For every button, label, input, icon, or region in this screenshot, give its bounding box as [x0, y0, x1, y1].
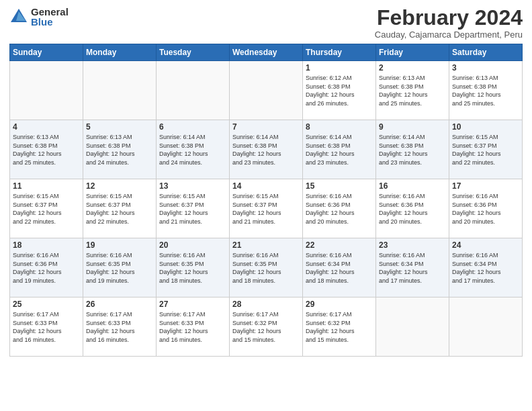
weekday-header-sunday: Sunday [10, 44, 83, 61]
day-info: Sunrise: 6:17 AM Sunset: 6:32 PM Dayligh… [306, 310, 373, 344]
calendar-cell: 1Sunrise: 6:12 AM Sunset: 6:38 PM Daylig… [303, 61, 376, 120]
calendar-table: SundayMondayTuesdayWednesdayThursdayFrid… [9, 44, 523, 357]
day-info: Sunrise: 6:14 AM Sunset: 6:38 PM Dayligh… [232, 133, 300, 167]
calendar-cell: 13Sunrise: 6:15 AM Sunset: 6:37 PM Dayli… [157, 179, 230, 238]
day-number: 7 [232, 122, 300, 132]
day-info: Sunrise: 6:17 AM Sunset: 6:33 PM Dayligh… [86, 310, 153, 344]
day-number: 11 [13, 181, 80, 191]
day-number: 13 [159, 181, 226, 191]
day-number: 6 [159, 122, 226, 132]
day-info: Sunrise: 6:13 AM Sunset: 6:38 PM Dayligh… [379, 74, 446, 107]
day-info: Sunrise: 6:16 AM Sunset: 6:36 PM Dayligh… [379, 192, 446, 226]
day-info: Sunrise: 6:15 AM Sunset: 6:37 PM Dayligh… [452, 133, 519, 167]
logo-text: General Blue [31, 7, 69, 27]
header: General Blue February 2024 Cauday, Cajam… [9, 7, 523, 40]
calendar-cell: 22Sunrise: 6:16 AM Sunset: 6:34 PM Dayli… [303, 238, 376, 298]
calendar-cell [449, 298, 523, 357]
calendar-cell: 15Sunrise: 6:16 AM Sunset: 6:36 PM Dayli… [303, 179, 376, 238]
day-number: 29 [306, 300, 373, 309]
day-number: 21 [232, 240, 300, 250]
calendar-cell [157, 61, 230, 120]
calendar-cell: 19Sunrise: 6:16 AM Sunset: 6:35 PM Dayli… [83, 238, 157, 298]
day-number: 4 [13, 122, 80, 132]
day-info: Sunrise: 6:13 AM Sunset: 6:38 PM Dayligh… [13, 133, 80, 167]
day-info: Sunrise: 6:16 AM Sunset: 6:35 PM Dayligh… [86, 251, 153, 285]
day-number: 18 [13, 240, 80, 250]
logo-blue: Blue [31, 17, 69, 27]
day-info: Sunrise: 6:17 AM Sunset: 6:32 PM Dayligh… [232, 310, 300, 344]
calendar-week-row: 11Sunrise: 6:15 AM Sunset: 6:37 PM Dayli… [10, 179, 523, 238]
title-section: February 2024 Cauday, Cajamarca Departme… [375, 7, 523, 40]
day-number: 9 [379, 122, 446, 132]
logo-general: General [31, 7, 69, 17]
day-info: Sunrise: 6:14 AM Sunset: 6:38 PM Dayligh… [159, 133, 226, 167]
weekday-header-tuesday: Tuesday [157, 44, 230, 61]
calendar-week-row: 18Sunrise: 6:16 AM Sunset: 6:36 PM Dayli… [10, 238, 523, 298]
logo-icon [9, 7, 28, 26]
calendar-cell: 14Sunrise: 6:15 AM Sunset: 6:37 PM Dayli… [230, 179, 303, 238]
calendar-cell: 6Sunrise: 6:14 AM Sunset: 6:38 PM Daylig… [157, 120, 230, 179]
calendar-cell: 4Sunrise: 6:13 AM Sunset: 6:38 PM Daylig… [10, 120, 83, 179]
day-number: 1 [306, 63, 373, 73]
day-number: 28 [232, 300, 300, 309]
calendar-cell: 5Sunrise: 6:13 AM Sunset: 6:38 PM Daylig… [83, 120, 157, 179]
day-number: 26 [86, 300, 153, 309]
day-number: 14 [232, 181, 300, 191]
calendar-cell: 7Sunrise: 6:14 AM Sunset: 6:38 PM Daylig… [230, 120, 303, 179]
day-number: 2 [379, 63, 446, 73]
day-number: 19 [86, 240, 153, 250]
calendar-cell: 16Sunrise: 6:16 AM Sunset: 6:36 PM Dayli… [376, 179, 449, 238]
calendar-cell [83, 61, 157, 120]
day-info: Sunrise: 6:16 AM Sunset: 6:35 PM Dayligh… [159, 251, 226, 285]
day-number: 24 [452, 240, 519, 250]
day-number: 8 [306, 122, 373, 132]
calendar-title: February 2024 [375, 7, 523, 28]
calendar-cell: 24Sunrise: 6:16 AM Sunset: 6:34 PM Dayli… [449, 238, 523, 298]
calendar-cell [230, 61, 303, 120]
weekday-header-saturday: Saturday [449, 44, 523, 61]
calendar-cell [376, 298, 449, 357]
day-info: Sunrise: 6:15 AM Sunset: 6:37 PM Dayligh… [86, 192, 153, 226]
calendar-cell [10, 61, 83, 120]
calendar-cell: 29Sunrise: 6:17 AM Sunset: 6:32 PM Dayli… [303, 298, 376, 357]
day-info: Sunrise: 6:16 AM Sunset: 6:36 PM Dayligh… [306, 192, 373, 226]
day-info: Sunrise: 6:16 AM Sunset: 6:36 PM Dayligh… [452, 192, 519, 226]
day-number: 15 [306, 181, 373, 191]
calendar-week-row: 25Sunrise: 6:17 AM Sunset: 6:33 PM Dayli… [10, 298, 523, 357]
day-info: Sunrise: 6:13 AM Sunset: 6:38 PM Dayligh… [86, 133, 153, 167]
calendar-subtitle: Cauday, Cajamarca Department, Peru [375, 30, 523, 40]
day-number: 20 [159, 240, 226, 250]
calendar-cell: 8Sunrise: 6:14 AM Sunset: 6:38 PM Daylig… [303, 120, 376, 179]
day-number: 23 [379, 240, 446, 250]
calendar-cell: 17Sunrise: 6:16 AM Sunset: 6:36 PM Dayli… [449, 179, 523, 238]
weekday-header-wednesday: Wednesday [230, 44, 303, 61]
day-number: 22 [306, 240, 373, 250]
weekday-header-row: SundayMondayTuesdayWednesdayThursdayFrid… [10, 44, 523, 61]
day-info: Sunrise: 6:17 AM Sunset: 6:33 PM Dayligh… [13, 310, 80, 344]
day-number: 16 [379, 181, 446, 191]
day-number: 25 [13, 300, 80, 309]
calendar-cell: 2Sunrise: 6:13 AM Sunset: 6:38 PM Daylig… [376, 61, 449, 120]
day-info: Sunrise: 6:13 AM Sunset: 6:38 PM Dayligh… [452, 74, 519, 107]
calendar-week-row: 1Sunrise: 6:12 AM Sunset: 6:38 PM Daylig… [10, 61, 523, 120]
day-info: Sunrise: 6:16 AM Sunset: 6:34 PM Dayligh… [379, 251, 446, 285]
weekday-header-thursday: Thursday [303, 44, 376, 61]
day-number: 10 [452, 122, 519, 132]
day-info: Sunrise: 6:15 AM Sunset: 6:37 PM Dayligh… [232, 192, 300, 226]
day-number: 12 [86, 181, 153, 191]
day-info: Sunrise: 6:16 AM Sunset: 6:36 PM Dayligh… [13, 251, 80, 285]
page: General Blue February 2024 Cauday, Cajam… [0, 0, 532, 411]
calendar-cell: 9Sunrise: 6:14 AM Sunset: 6:38 PM Daylig… [376, 120, 449, 179]
day-number: 3 [452, 63, 519, 73]
day-number: 17 [452, 181, 519, 191]
day-info: Sunrise: 6:14 AM Sunset: 6:38 PM Dayligh… [306, 133, 373, 167]
calendar-week-row: 4Sunrise: 6:13 AM Sunset: 6:38 PM Daylig… [10, 120, 523, 179]
day-info: Sunrise: 6:15 AM Sunset: 6:37 PM Dayligh… [159, 192, 226, 226]
calendar-cell: 27Sunrise: 6:17 AM Sunset: 6:33 PM Dayli… [157, 298, 230, 357]
weekday-header-monday: Monday [83, 44, 157, 61]
day-number: 27 [159, 300, 226, 309]
calendar-cell: 26Sunrise: 6:17 AM Sunset: 6:33 PM Dayli… [83, 298, 157, 357]
weekday-header-friday: Friday [376, 44, 449, 61]
day-info: Sunrise: 6:17 AM Sunset: 6:33 PM Dayligh… [159, 310, 226, 344]
calendar-cell: 10Sunrise: 6:15 AM Sunset: 6:37 PM Dayli… [449, 120, 523, 179]
